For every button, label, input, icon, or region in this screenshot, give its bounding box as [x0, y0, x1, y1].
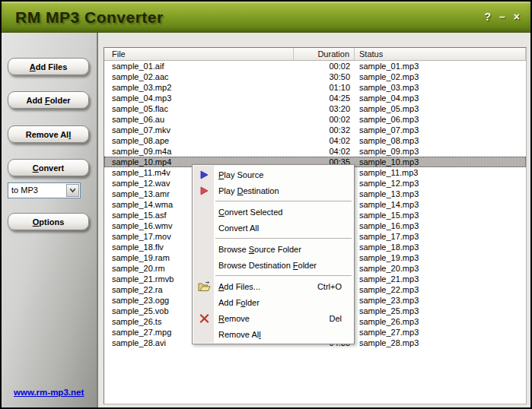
- titlebar-controls: ? – ×: [484, 2, 520, 32]
- convert-button-label: Convert: [33, 163, 65, 173]
- duration-cell: 04:02: [294, 135, 355, 146]
- menu-item-remove-all[interactable]: Remove All: [193, 326, 354, 342]
- menu-item-play-source[interactable]: Play Source: [193, 166, 354, 182]
- context-menu: Play Source Play Destination Convert Sel…: [192, 164, 355, 344]
- menu-item-label: Browse Destination Folder: [218, 261, 342, 270]
- add-files-button[interactable]: Add Files: [8, 58, 89, 75]
- status-cell: sample_11.mp3: [355, 167, 526, 178]
- file-cell: sample_05.flac: [104, 103, 294, 114]
- format-select-value: to MP3: [11, 183, 38, 198]
- convert-button[interactable]: Convert: [8, 159, 89, 176]
- status-cell: sample_22.mp3: [355, 284, 526, 295]
- menu-item-label: Convert Selected: [218, 208, 342, 217]
- status-cell: sample_14.mp3: [355, 199, 526, 210]
- status-cell: sample_07.mp3: [355, 125, 526, 135]
- duration-cell: 03:20: [294, 103, 355, 114]
- duration-cell: 01:10: [294, 82, 355, 93]
- list-item[interactable]: sample_03.mp201:10sample_03.mp3: [104, 82, 526, 93]
- status-cell: sample_03.mp3: [355, 82, 526, 93]
- menu-item-label: Remove All: [218, 330, 342, 339]
- duration-cell: 00:02: [294, 61, 355, 71]
- status-cell: sample_19.mp3: [355, 252, 526, 263]
- file-cell: sample_04.mp3: [104, 93, 294, 103]
- status-cell: sample_25.mp3: [355, 306, 526, 316]
- menu-item-icon-area: [193, 170, 215, 179]
- menu-item-remove[interactable]: Remove Del: [193, 310, 354, 326]
- status-cell: sample_06.mp3: [355, 114, 526, 125]
- menu-separator: [215, 201, 352, 201]
- list-header: File Duration Status: [104, 48, 526, 61]
- file-cell: sample_01.aif: [104, 61, 294, 71]
- status-cell: sample_12.mp3: [355, 178, 526, 189]
- menu-item-label: Play Destination: [218, 186, 342, 195]
- menu-item-browse-destination-folder[interactable]: Browse Destination Folder: [193, 257, 354, 273]
- status-cell: sample_02.mp3: [355, 71, 526, 82]
- duration-cell: 04:02: [294, 146, 355, 157]
- add-files-button-label: Add Files: [30, 62, 68, 71]
- status-cell: sample_16.mp3: [355, 220, 526, 231]
- status-cell: sample_13.mp3: [355, 189, 526, 199]
- list-item[interactable]: sample_06.au00:02sample_06.mp3: [104, 114, 526, 125]
- chevron-down-icon: [69, 188, 76, 193]
- menu-item-convert-all[interactable]: Convert All: [193, 220, 354, 236]
- menu-item-label: Browse Source Folder: [218, 245, 342, 254]
- list-item[interactable]: sample_02.aac30:50sample_02.mp3: [104, 71, 526, 82]
- menu-item-label: Add Files...: [218, 282, 317, 291]
- status-cell: sample_18.mp3: [355, 242, 526, 252]
- remove-icon: [199, 314, 209, 323]
- list-item[interactable]: sample_05.flac03:20sample_05.mp3: [104, 103, 526, 114]
- add-folder-button-label: Add Folder: [26, 96, 70, 105]
- file-cell: sample_02.aac: [104, 71, 294, 82]
- status-cell: sample_27.mp3: [355, 327, 526, 338]
- column-header-duration[interactable]: Duration: [294, 48, 355, 60]
- menu-item-add-folder[interactable]: Add Folder: [193, 294, 354, 310]
- list-item[interactable]: sample_07.mkv00:32sample_07.mp3: [104, 125, 526, 135]
- add-files-icon: [198, 281, 211, 292]
- list-item[interactable]: sample_08.ape04:02sample_08.mp3: [104, 135, 526, 146]
- sidebar: Add Files Add Folder Remove All Convert …: [2, 33, 98, 407]
- file-cell: sample_08.ape: [104, 135, 294, 146]
- menu-item-shortcut: Del: [329, 314, 342, 323]
- status-cell: sample_15.mp3: [355, 210, 526, 220]
- list-item[interactable]: sample_09.m4a04:02sample_09.mp3: [104, 146, 526, 157]
- format-select[interactable]: to MP3: [8, 182, 81, 198]
- status-cell: sample_28.mp3: [355, 338, 526, 348]
- menu-separator: [215, 275, 352, 276]
- duration-cell: 00:32: [294, 125, 355, 135]
- duration-cell: 30:50: [294, 71, 355, 82]
- status-cell: sample_08.mp3: [355, 135, 526, 146]
- status-cell: sample_04.mp3: [355, 93, 526, 103]
- options-button[interactable]: Options: [8, 213, 89, 230]
- website-link[interactable]: www.rm-mp3.net: [14, 388, 84, 397]
- column-header-file[interactable]: File: [104, 48, 294, 60]
- status-cell: sample_01.mp3: [355, 61, 526, 71]
- minimize-button[interactable]: –: [499, 11, 505, 22]
- menu-item-icon-area: [193, 281, 215, 292]
- menu-item-convert-selected[interactable]: Convert Selected: [193, 204, 354, 220]
- menu-item-shortcut: Ctrl+O: [317, 282, 342, 291]
- window-title: RM MP3 Converter: [15, 2, 164, 33]
- close-button[interactable]: ×: [514, 11, 520, 22]
- remove-all-button-label: Remove All: [26, 130, 72, 139]
- remove-all-button[interactable]: Remove All: [8, 125, 89, 143]
- menu-item-browse-source-folder[interactable]: Browse Source Folder: [193, 241, 354, 257]
- menu-item-label: Play Source: [218, 170, 342, 179]
- status-cell: sample_17.mp3: [355, 231, 526, 242]
- menu-item-label: Remove: [218, 314, 329, 323]
- column-header-status[interactable]: Status: [355, 48, 526, 60]
- list-item[interactable]: sample_01.aif00:02sample_01.mp3: [104, 61, 526, 71]
- options-button-label: Options: [33, 217, 65, 227]
- duration-cell: 04:25: [294, 93, 355, 103]
- app-window: RM MP3 Converter ? – × Add Files Add Fol…: [0, 0, 532, 409]
- duration-cell: 00:02: [294, 114, 355, 125]
- menu-item-label: Add Folder: [218, 298, 342, 307]
- add-folder-button[interactable]: Add Folder: [8, 91, 89, 109]
- list-item[interactable]: sample_04.mp304:25sample_04.mp3: [104, 93, 526, 103]
- combo-dropdown-button[interactable]: [66, 184, 79, 197]
- menu-item-add-files[interactable]: Add Files... Ctrl+O: [193, 278, 354, 294]
- menu-item-play-destination[interactable]: Play Destination: [193, 182, 354, 198]
- status-cell: sample_26.mp3: [355, 316, 526, 327]
- status-cell: sample_23.mp3: [355, 295, 526, 306]
- help-button[interactable]: ?: [484, 11, 491, 22]
- file-cell: sample_06.au: [104, 114, 294, 125]
